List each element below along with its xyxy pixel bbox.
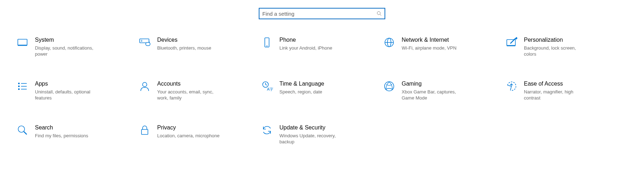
category-devices[interactable]: DevicesBluetooth, printers, mouse <box>139 36 261 57</box>
category-phone[interactable]: PhoneLink your Android, iPhone <box>261 36 383 57</box>
svg-rect-19 <box>18 88 20 90</box>
privacy-icon <box>139 124 151 136</box>
category-desc: Speech, region, date <box>279 89 324 95</box>
category-title: Search <box>35 124 88 133</box>
search-box[interactable] <box>259 8 385 19</box>
svg-point-28 <box>385 82 394 91</box>
category-desc: Display, sound, notifications, power <box>35 45 99 57</box>
category-desc: Wi-Fi, airplane mode, VPN <box>402 45 457 51</box>
category-title: Devices <box>157 36 211 45</box>
settings-grid: SystemDisplay, sound, notifications, pow… <box>0 36 644 145</box>
system-icon <box>16 36 29 48</box>
category-desc: Narrator, magnifier, high contrast <box>524 89 588 101</box>
category-desc: Bluetooth, printers, mouse <box>157 45 211 51</box>
category-title: Ease of Access <box>524 80 588 89</box>
svg-line-1 <box>380 14 381 16</box>
update-security-icon <box>261 124 273 136</box>
svg-rect-18 <box>18 86 20 87</box>
search-icon <box>16 124 29 136</box>
category-personalization[interactable]: PersonalizationBackground, lock screen, … <box>505 36 628 57</box>
category-title: Apps <box>35 80 99 89</box>
category-desc: Your accounts, email, sync, work, family <box>157 89 221 101</box>
category-desc: Background, lock screen, colors <box>524 45 588 57</box>
svg-point-0 <box>377 11 380 15</box>
category-title: Phone <box>279 36 332 45</box>
category-time-language[interactable]: A字 Time & LanguageSpeech, region, date <box>261 80 383 101</box>
category-desc: Find my files, permissions <box>35 133 88 139</box>
category-title: Accounts <box>157 80 221 89</box>
category-update-security[interactable]: Update & SecurityWindows Update, recover… <box>261 124 383 145</box>
svg-line-31 <box>24 132 27 134</box>
svg-text:A字: A字 <box>267 87 273 91</box>
accounts-icon <box>139 80 151 92</box>
ease-of-access-icon <box>505 80 517 92</box>
svg-rect-17 <box>18 83 20 84</box>
category-desc: Location, camera, microphone <box>157 133 220 139</box>
personalization-icon <box>505 36 517 48</box>
category-title: Update & Security <box>279 124 344 133</box>
category-title: System <box>35 36 99 45</box>
category-desc: Uninstall, defaults, optional features <box>35 89 99 101</box>
phone-icon <box>261 36 273 48</box>
svg-rect-32 <box>141 129 148 134</box>
search-input[interactable] <box>259 9 385 19</box>
category-apps[interactable]: AppsUninstall, defaults, optional featur… <box>16 80 139 101</box>
devices-icon <box>139 36 151 48</box>
category-title: Personalization <box>524 36 588 45</box>
category-gaming[interactable]: GamingXbox Game Bar, captures, Game Mode <box>383 80 505 101</box>
category-ease-of-access[interactable]: Ease of AccessNarrator, magnifier, high … <box>505 80 628 101</box>
category-desc: Xbox Game Bar, captures, Game Mode <box>402 89 466 101</box>
svg-point-23 <box>143 82 147 87</box>
time-language-icon: A字 <box>261 80 273 92</box>
category-desc: Windows Update, recovery, backup <box>279 133 344 145</box>
category-accounts[interactable]: AccountsYour accounts, email, sync, work… <box>139 80 261 101</box>
svg-rect-7 <box>146 42 150 46</box>
svg-rect-9 <box>265 38 269 47</box>
network-icon <box>383 36 395 48</box>
category-desc: Link your Android, iPhone <box>279 45 332 51</box>
category-privacy[interactable]: PrivacyLocation, camera, microphone <box>139 124 261 145</box>
svg-line-26 <box>266 85 267 85</box>
category-title: Network & Internet <box>402 36 457 45</box>
search-icon <box>377 11 382 16</box>
gaming-icon <box>383 80 395 92</box>
svg-rect-2 <box>18 39 27 45</box>
svg-point-30 <box>18 126 25 132</box>
category-title: Privacy <box>157 124 220 133</box>
category-title: Time & Language <box>279 80 324 89</box>
category-title: Gaming <box>402 80 466 89</box>
apps-icon <box>16 80 29 92</box>
category-system[interactable]: SystemDisplay, sound, notifications, pow… <box>16 36 139 57</box>
category-search[interactable]: SearchFind my files, permissions <box>16 124 139 145</box>
svg-line-16 <box>510 39 515 44</box>
category-network[interactable]: Network & InternetWi-Fi, airplane mode, … <box>383 36 505 57</box>
